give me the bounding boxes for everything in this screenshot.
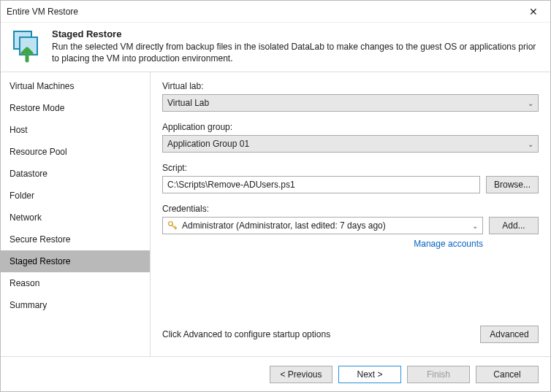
chevron-down-icon: ⌄ — [528, 140, 533, 148]
virtual-lab-value: Virtual Lab — [167, 98, 209, 108]
script-label: Script: — [162, 163, 539, 173]
sidebar-item-label: Datastore — [10, 169, 48, 179]
add-credentials-button[interactable]: Add... — [489, 217, 539, 234]
credentials-value: Administrator (Administrator, last edite… — [182, 220, 386, 231]
window-title: Entire VM Restore — [7, 7, 522, 17]
cancel-button[interactable]: Cancel — [476, 366, 539, 383]
advanced-button[interactable]: Advanced — [480, 326, 539, 343]
sidebar-item-label: Host — [10, 125, 28, 135]
script-value: C:\Scripts\Remove-ADUsers.ps1 — [167, 180, 295, 190]
sidebar-item-virtual-machines[interactable]: Virtual Machines — [1, 75, 150, 97]
wizard-window: Entire VM Restore ✕ Staged Restore Run t… — [0, 0, 551, 392]
browse-button-label: Browse... — [494, 180, 531, 190]
sidebar-item-summary[interactable]: Summary — [1, 294, 150, 316]
close-button[interactable]: ✕ — [522, 6, 544, 18]
finish-button: Finish — [407, 366, 470, 383]
next-button-label: Next > — [357, 369, 382, 380]
sidebar-item-label: Staged Restore — [10, 256, 70, 266]
app-group-select[interactable]: Application Group 01 ⌄ — [162, 135, 539, 153]
title-bar: Entire VM Restore ✕ — [1, 1, 550, 23]
virtual-lab-select[interactable]: Virtual Lab ⌄ — [162, 94, 539, 112]
next-button[interactable]: Next > — [338, 366, 401, 383]
sidebar-item-label: Network — [10, 212, 42, 223]
chevron-down-icon: ⌄ — [528, 99, 533, 107]
wizard-steps-sidebar: Virtual Machines Restore Mode Host Resou… — [1, 72, 151, 356]
close-icon: ✕ — [529, 6, 538, 18]
previous-button-label: < Previous — [280, 369, 322, 380]
virtual-lab-label: Virtual lab: — [162, 81, 539, 91]
sidebar-item-label: Reason — [10, 278, 39, 288]
browse-button[interactable]: Browse... — [486, 176, 539, 193]
advanced-button-label: Advanced — [490, 329, 528, 339]
key-icon — [167, 220, 178, 231]
cancel-button-label: Cancel — [493, 369, 520, 380]
add-button-label: Add... — [502, 220, 525, 231]
sidebar-item-label: Virtual Machines — [10, 81, 75, 91]
sidebar-item-secure-restore[interactable]: Secure Restore — [1, 228, 150, 250]
advanced-hint: Click Advanced to configure startup opti… — [162, 329, 480, 339]
chevron-down-icon: ⌄ — [472, 222, 478, 230]
wizard-header: Staged Restore Run the selected VM direc… — [1, 23, 550, 72]
sidebar-item-datastore[interactable]: Datastore — [1, 163, 150, 185]
app-group-label: Application group: — [162, 122, 539, 132]
wizard-content: Virtual lab: Virtual Lab ⌄ Application g… — [151, 72, 550, 356]
sidebar-item-reason[interactable]: Reason — [1, 272, 150, 294]
credentials-select[interactable]: Administrator (Administrator, last edite… — [162, 217, 483, 234]
script-input[interactable]: C:\Scripts\Remove-ADUsers.ps1 — [162, 176, 480, 193]
sidebar-item-label: Secure Restore — [10, 234, 70, 245]
sidebar-item-network[interactable]: Network — [1, 207, 150, 228]
wizard-footer: < Previous Next > Finish Cancel — [1, 356, 550, 391]
sidebar-item-label: Resource Pool — [10, 147, 67, 157]
sidebar-item-label: Folder — [10, 191, 34, 201]
app-group-value: Application Group 01 — [167, 139, 249, 149]
sidebar-item-restore-mode[interactable]: Restore Mode — [1, 97, 150, 119]
sidebar-item-folder[interactable]: Folder — [1, 185, 150, 207]
finish-button-label: Finish — [427, 369, 450, 380]
manage-accounts-link[interactable]: Manage accounts — [162, 239, 539, 249]
sidebar-item-label: Restore Mode — [10, 103, 64, 113]
previous-button[interactable]: < Previous — [270, 366, 332, 383]
staged-restore-icon — [10, 28, 45, 64]
sidebar-item-host[interactable]: Host — [1, 119, 150, 141]
sidebar-item-staged-restore[interactable]: Staged Restore — [1, 250, 150, 272]
credentials-label: Credentials: — [162, 204, 539, 214]
sidebar-item-label: Summary — [10, 300, 47, 310]
page-subtitle: Run the selected VM directly from backup… — [52, 41, 542, 64]
page-title: Staged Restore — [52, 28, 542, 39]
sidebar-item-resource-pool[interactable]: Resource Pool — [1, 141, 150, 163]
